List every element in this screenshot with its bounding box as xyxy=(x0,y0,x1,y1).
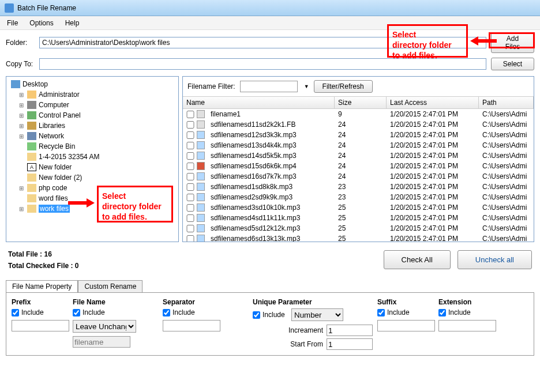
extension-include-check[interactable] xyxy=(438,309,446,316)
table-row[interactable]: sdfilenamesd12sd3k3k.mp3241/20/2015 2:47… xyxy=(183,130,534,140)
annotation-arrow-right xyxy=(68,198,95,208)
tab-filename-property[interactable]: File Name Property xyxy=(6,280,78,292)
suffix-input[interactable] xyxy=(377,320,435,331)
row-checkbox[interactable] xyxy=(186,142,194,149)
folder-icon xyxy=(27,184,36,192)
folder-icon xyxy=(27,153,36,161)
table-row[interactable]: sdfilenamesd6sd13k13k.mp3251/20/2015 2:4… xyxy=(183,233,534,242)
select-button[interactable]: Select xyxy=(491,58,534,70)
folder-icon xyxy=(27,101,36,109)
row-checkbox[interactable] xyxy=(186,204,194,212)
col-name[interactable]: Name xyxy=(183,97,335,108)
expand-icon[interactable]: ⊞ xyxy=(18,133,25,140)
window-title: Batch File Rename xyxy=(17,4,76,12)
suffix-include-check[interactable] xyxy=(377,309,385,316)
menu-help[interactable]: Help xyxy=(65,19,80,27)
table-row[interactable]: sdfilenamesd16sd7k7k.mp3241/20/2015 2:47… xyxy=(183,171,534,182)
filter-input[interactable] xyxy=(240,81,298,92)
copyto-label: Copy To: xyxy=(6,60,35,68)
increment-input[interactable] xyxy=(327,325,373,336)
expand-icon[interactable]: ⊞ xyxy=(18,92,25,98)
separator-include-check[interactable] xyxy=(163,309,170,316)
row-checkbox[interactable] xyxy=(186,121,194,129)
tree-item[interactable]: ⊞Computer xyxy=(9,100,176,110)
file-icon xyxy=(197,131,205,139)
total-file-label: Total File : xyxy=(8,250,42,258)
folder-icon xyxy=(27,122,36,130)
unique-type-select[interactable]: Number xyxy=(291,308,343,321)
filter-refresh-button[interactable]: Filter/Refresh xyxy=(314,80,373,93)
row-checkbox[interactable] xyxy=(186,235,194,242)
filename-include-check[interactable] xyxy=(73,309,80,316)
tree-item[interactable]: New folder (2) xyxy=(9,172,176,183)
table-row[interactable]: sdfilenamesd5sd12k12k.mp3251/20/2015 2:4… xyxy=(183,223,534,233)
file-icon xyxy=(197,183,205,191)
file-panel: Filename Filter: ▼ Filter/Refresh Name S… xyxy=(182,76,534,242)
table-row[interactable]: sdfilenamesd15sd6k6k.mp4241/20/2015 2:47… xyxy=(183,161,534,171)
tree-item[interactable]: ANew folder xyxy=(9,162,176,172)
tree-item[interactable]: Recycle Bin xyxy=(9,141,176,152)
col-size[interactable]: Size xyxy=(335,97,387,108)
table-row[interactable]: sdfilenamesd2sd9k9k.mp3231/20/2015 2:47:… xyxy=(183,192,534,202)
uncheck-all-button[interactable]: Uncheck all xyxy=(457,250,532,269)
menu-file[interactable]: File xyxy=(7,19,18,27)
expand-icon[interactable]: ⊞ xyxy=(18,185,25,191)
extension-input[interactable] xyxy=(438,320,496,331)
row-checkbox[interactable] xyxy=(186,163,194,170)
check-all-button[interactable]: Check All xyxy=(384,250,451,269)
expand-icon[interactable]: ⊞ xyxy=(18,123,25,129)
tab-custom-rename[interactable]: Custom Rename xyxy=(78,280,142,292)
expand-icon[interactable]: ⊞ xyxy=(18,206,25,212)
unique-title: Unique Parameter xyxy=(253,298,373,306)
file-icon xyxy=(197,172,205,180)
table-row[interactable]: sdfilenamesd11sd2k2k1.FB241/20/2015 2:47… xyxy=(183,119,534,130)
startfrom-input[interactable] xyxy=(327,338,373,350)
filter-label: Filename Filter: xyxy=(187,82,235,91)
unique-include-check[interactable] xyxy=(253,311,260,319)
row-checkbox[interactable] xyxy=(186,194,194,201)
col-path[interactable]: Path xyxy=(479,97,534,108)
row-checkbox[interactable] xyxy=(186,183,194,191)
total-checked-value: 0 xyxy=(75,262,79,270)
tree-item[interactable]: ⊞Administrator xyxy=(9,89,176,100)
row-checkbox[interactable] xyxy=(186,225,194,232)
expand-icon[interactable]: ⊞ xyxy=(18,102,25,108)
tree-item[interactable]: ⊞Libraries xyxy=(9,120,176,131)
folder-icon: A xyxy=(27,163,36,171)
table-row[interactable]: sdfilenamesd14sd5k5k.mp3241/20/2015 2:47… xyxy=(183,150,534,161)
row-checkbox[interactable] xyxy=(186,131,194,139)
filename-mode-select[interactable]: Leave Unchange xyxy=(73,320,136,333)
filename-input[interactable] xyxy=(73,336,130,348)
prefix-title: Prefix xyxy=(12,298,68,306)
grid-body[interactable]: filename191/20/2015 2:47:01 PMC:\Users\A… xyxy=(183,109,534,242)
annotation-addfiles-box xyxy=(489,32,535,48)
prefix-input[interactable] xyxy=(12,320,69,331)
annotation-box-top: Select directory folder to add files. xyxy=(387,24,468,58)
row-checkbox[interactable] xyxy=(186,111,194,118)
prefix-include-check[interactable] xyxy=(12,309,19,316)
menu-options[interactable]: Options xyxy=(29,19,53,27)
row-checkbox[interactable] xyxy=(186,214,194,222)
file-icon xyxy=(197,235,205,242)
separator-input[interactable] xyxy=(163,320,220,331)
row-checkbox[interactable] xyxy=(186,152,194,160)
tree-item[interactable]: ⊞Network xyxy=(9,131,176,141)
chevron-down-icon[interactable]: ▼ xyxy=(302,84,309,89)
extension-title: Extension xyxy=(438,298,495,306)
file-icon xyxy=(197,110,205,118)
table-row[interactable]: sdfilenamesd3sd10k10k.mp3251/20/2015 2:4… xyxy=(183,202,534,213)
col-access[interactable]: Last Access xyxy=(387,97,479,108)
file-icon xyxy=(197,224,205,232)
row-checkbox[interactable] xyxy=(186,173,194,180)
tree-item[interactable]: ⊞Control Panel xyxy=(9,110,176,120)
table-row[interactable]: sdfilenamesd4sd11k11k.mp3251/20/2015 2:4… xyxy=(183,213,534,223)
table-row[interactable]: sdfilenamesd13sd4k4k.mp3241/20/2015 2:47… xyxy=(183,140,534,150)
total-checked-label: Total Checked File : xyxy=(8,262,73,270)
desktop-icon xyxy=(11,80,20,88)
folder-icon xyxy=(27,91,36,99)
tree-item[interactable]: 1-4-2015 32354 AM xyxy=(9,152,176,162)
tree-root[interactable]: Desktop xyxy=(9,79,176,89)
expand-icon[interactable]: ⊞ xyxy=(18,112,25,119)
table-row[interactable]: sdfilenamesd1sd8k8k.mp3231/20/2015 2:47:… xyxy=(183,182,534,192)
table-row[interactable]: filename191/20/2015 2:47:01 PMC:\Users\A… xyxy=(183,109,534,119)
